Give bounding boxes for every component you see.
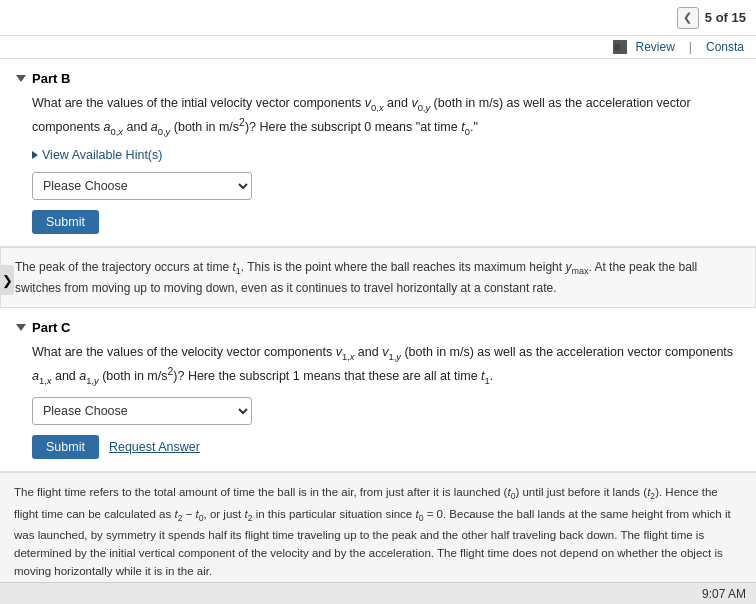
top-bar-nav: ❮ 5 of 15 xyxy=(677,7,746,29)
bottom-infobox: The flight time refers to the total amou… xyxy=(0,472,756,590)
part-b-btn-row: Submit xyxy=(32,210,740,234)
review-label[interactable]: Review xyxy=(635,40,674,54)
part-c-request-button[interactable]: Request Answer xyxy=(109,440,200,454)
part-b-question: What are the values of the intial veloci… xyxy=(32,94,740,138)
part-b-infobox: The peak of the trajectory occurs at tim… xyxy=(0,247,756,308)
review-icon: ■ xyxy=(613,40,627,54)
top-bar: ❮ 5 of 15 xyxy=(0,0,756,36)
part-c-btn-row: Submit Request Answer xyxy=(32,435,740,459)
status-bar: 9:07 AM xyxy=(0,582,756,604)
consta-label[interactable]: Consta xyxy=(706,40,744,54)
part-b-header: Part B xyxy=(16,71,740,86)
hint-label-b: View Available Hint(s) xyxy=(42,148,162,162)
part-c-header: Part C xyxy=(16,320,740,335)
part-b-title: Part B xyxy=(32,71,70,86)
part-c-question: What are the values of the velocity vect… xyxy=(32,343,740,387)
part-b-select-row: Please Choose xyxy=(32,172,740,200)
part-c-submit-button[interactable]: Submit xyxy=(32,435,99,459)
part-c-toggle[interactable] xyxy=(16,324,26,331)
part-b-section: Part B What are the values of the intial… xyxy=(0,59,756,247)
back-button[interactable]: ❮ xyxy=(677,7,699,29)
part-c-select-row: Please Choose xyxy=(32,397,740,425)
side-expand-button[interactable]: ❯ xyxy=(0,265,14,295)
counter-text: 5 of 15 xyxy=(705,10,746,25)
part-b-submit-button[interactable]: Submit xyxy=(32,210,99,234)
part-b-select[interactable]: Please Choose xyxy=(32,172,252,200)
hint-triangle-b xyxy=(32,151,38,159)
part-b-toggle[interactable] xyxy=(16,75,26,82)
review-bar: ■ Review | Consta xyxy=(0,36,756,59)
part-c-title: Part C xyxy=(32,320,70,335)
separator: | xyxy=(689,40,692,54)
hint-link-b[interactable]: View Available Hint(s) xyxy=(32,148,740,162)
part-c-select[interactable]: Please Choose xyxy=(32,397,252,425)
part-c-section: Part C What are the values of the veloci… xyxy=(0,308,756,472)
main-content: Part B What are the values of the intial… xyxy=(0,59,756,591)
time-display: 9:07 AM xyxy=(702,587,746,601)
